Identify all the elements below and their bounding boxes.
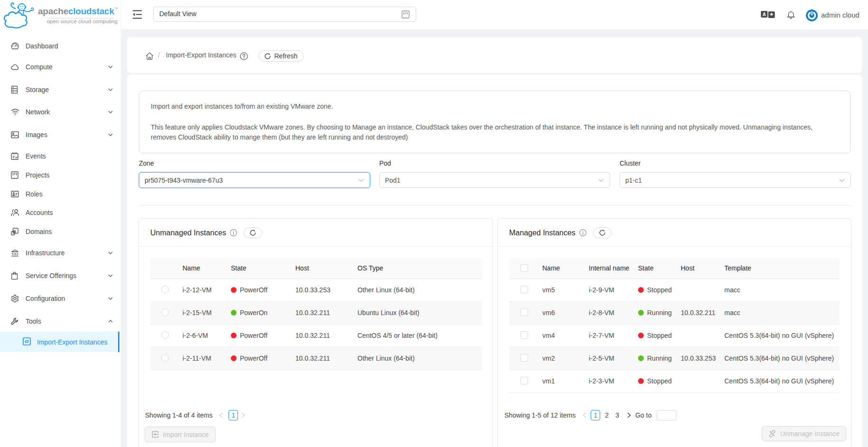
- svg-text:A: A: [762, 12, 766, 17]
